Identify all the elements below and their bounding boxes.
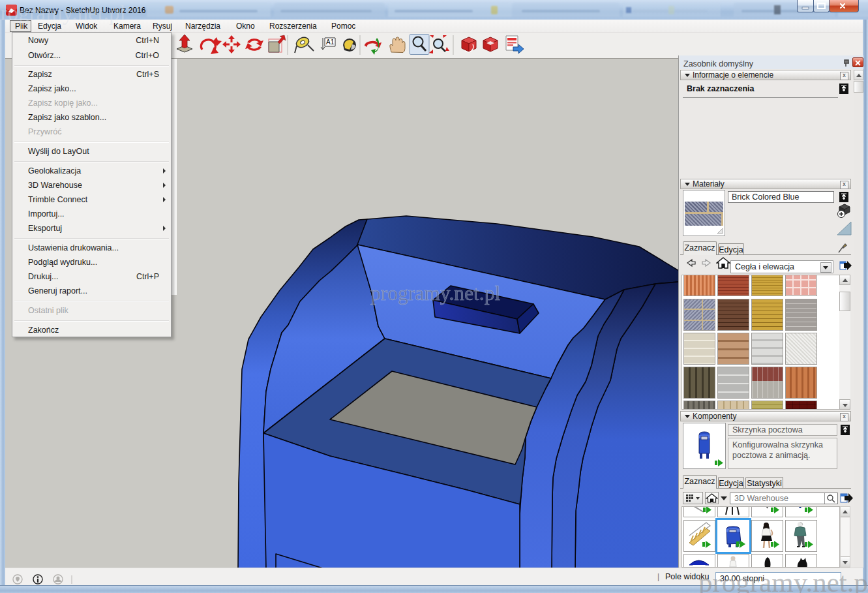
svg-text:programy.net.pl: programy.net.pl: [370, 282, 500, 305]
svg-text:A1: A1: [326, 38, 335, 46]
